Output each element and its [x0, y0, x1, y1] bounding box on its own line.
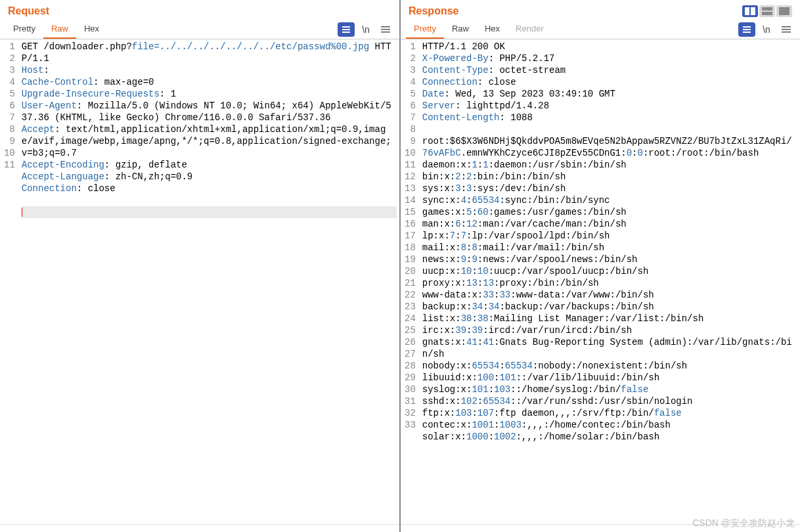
svg-rect-10 [779, 7, 789, 15]
svg-rect-9 [762, 12, 772, 15]
svg-rect-16 [782, 32, 791, 33]
response-title: Response [409, 5, 458, 17]
response-footer [401, 524, 800, 532]
response-panel: Response Pretty Raw Hex Render \n 123456… [401, 0, 800, 532]
layout-switcher [742, 5, 792, 17]
svg-rect-2 [342, 32, 350, 33]
svg-rect-12 [743, 29, 751, 30]
menu-icon[interactable] [778, 22, 795, 37]
response-tabs: Pretty Raw Hex Render \n [401, 20, 800, 39]
svg-rect-8 [762, 7, 772, 11]
tab-pretty[interactable]: Pretty [406, 20, 444, 39]
tab-pretty[interactable]: Pretty [5, 20, 43, 39]
request-footer [0, 524, 399, 532]
tab-hex[interactable]: Hex [477, 20, 508, 39]
response-editor[interactable]: 1234567891011121314151617181920212223242… [401, 39, 800, 524]
response-title-row: Response [401, 0, 800, 20]
svg-rect-15 [782, 29, 791, 30]
request-code[interactable]: GET /downloader.php?file=../../../../../… [19, 39, 399, 524]
svg-rect-5 [381, 32, 390, 33]
svg-rect-6 [745, 7, 749, 15]
response-gutter: 1234567891011121314151617181920212223242… [401, 39, 420, 524]
svg-rect-14 [782, 26, 791, 28]
tab-render[interactable]: Render [508, 20, 552, 39]
request-panel: Request Pretty Raw Hex \n 1234567891011 … [0, 0, 401, 532]
request-editor[interactable]: 1234567891011 GET /downloader.php?file=.… [0, 39, 399, 524]
svg-rect-13 [743, 32, 751, 33]
request-tabs: Pretty Raw Hex \n [0, 20, 399, 39]
wrap-icon[interactable]: \n [357, 22, 374, 37]
request-gutter: 1234567891011 [0, 39, 19, 524]
request-title: Request [8, 5, 49, 17]
menu-icon[interactable] [377, 22, 394, 37]
svg-rect-11 [743, 26, 751, 28]
tab-raw[interactable]: Raw [43, 20, 76, 39]
tab-hex[interactable]: Hex [76, 20, 107, 39]
request-title-row: Request [0, 0, 399, 20]
tab-raw[interactable]: Raw [444, 20, 477, 39]
svg-rect-4 [381, 29, 390, 30]
layout-single-icon[interactable] [776, 5, 792, 17]
response-code[interactable]: HTTP/1.1 200 OKX-Powered-By: PHP/5.2.17C… [420, 39, 800, 524]
svg-rect-1 [342, 29, 350, 30]
actions-icon[interactable] [738, 22, 755, 37]
actions-icon[interactable] [338, 22, 355, 37]
svg-rect-0 [342, 26, 350, 28]
layout-side-by-side-icon[interactable] [742, 5, 758, 17]
svg-rect-7 [751, 7, 755, 15]
layout-stacked-icon[interactable] [759, 5, 775, 17]
svg-rect-3 [381, 26, 390, 28]
wrap-icon[interactable]: \n [758, 22, 775, 37]
